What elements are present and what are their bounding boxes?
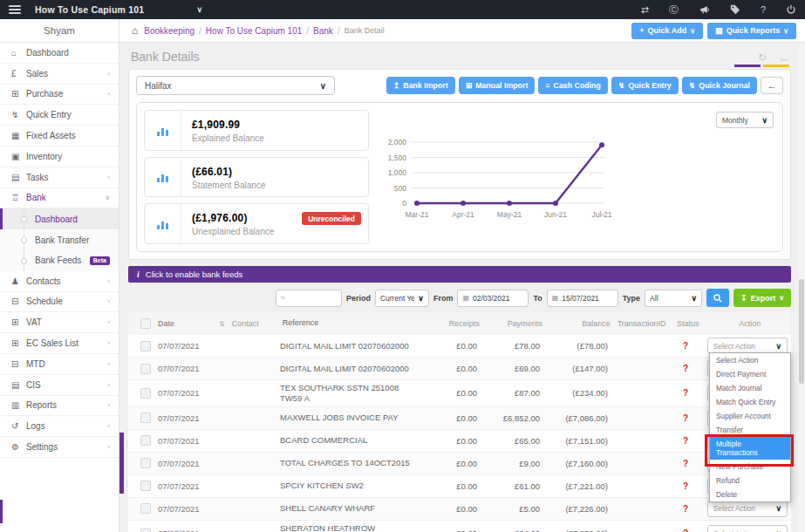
header-date[interactable]: Date bbox=[154, 317, 215, 331]
credits-icon[interactable]: Ⓒ bbox=[669, 5, 679, 15]
power-icon[interactable] bbox=[786, 4, 796, 15]
toolbar-button[interactable]: ⊞ Manual Import bbox=[459, 77, 536, 94]
quick-add-button[interactable]: Quick Add∨ bbox=[631, 23, 703, 39]
header-status[interactable]: Status bbox=[670, 317, 706, 331]
action-menu-item[interactable]: Delete bbox=[710, 488, 790, 501]
status-flag[interactable]: ? bbox=[667, 456, 704, 471]
enable-bank-feeds-banner[interactable]: i Click to enable bank feeds bbox=[128, 266, 791, 283]
export-button[interactable]: ↧ Export ∨ bbox=[733, 289, 791, 307]
scrollbar-thumb[interactable] bbox=[799, 279, 804, 384]
header-transactionid[interactable]: TransactionID bbox=[614, 317, 670, 331]
sidebar-item[interactable]: ⊟ MTD › bbox=[0, 354, 119, 375]
header-contact[interactable]: Contact bbox=[229, 317, 279, 331]
sidebar-item[interactable]: ↯ Quick Entry bbox=[0, 105, 119, 126]
header-payments[interactable]: Payments bbox=[483, 317, 546, 331]
home-icon[interactable]: ⌂ bbox=[132, 24, 138, 37]
vertical-scrollbar[interactable] bbox=[798, 44, 805, 532]
row-checkbox[interactable] bbox=[140, 458, 151, 468]
hamburger-menu-icon[interactable] bbox=[9, 5, 21, 14]
sidebar-item[interactable]: ⊞ VAT › bbox=[0, 312, 119, 333]
select-all-checkbox[interactable] bbox=[140, 318, 151, 329]
action-menu-item[interactable]: Direct Payment bbox=[710, 367, 790, 381]
switch-company-icon[interactable]: ⇄ bbox=[641, 5, 649, 15]
refresh-icon[interactable]: ↻ bbox=[758, 51, 767, 64]
from-date-input[interactable]: ▦02/03/2021 bbox=[457, 290, 529, 307]
action-menu-item[interactable]: Match Quick Entry bbox=[710, 395, 790, 409]
tag-icon[interactable] bbox=[730, 4, 740, 15]
balance-card[interactable]: £1,909.99 Explained Balance bbox=[144, 110, 369, 151]
back-button[interactable]: ← bbox=[761, 77, 783, 94]
sidebar-item[interactable]: ▤ CIS › bbox=[0, 375, 119, 396]
sidebar-user-name[interactable]: Shyam bbox=[0, 19, 119, 43]
status-flag[interactable]: ? bbox=[667, 433, 704, 448]
status-flag[interactable]: ? bbox=[667, 411, 704, 426]
action-menu-item[interactable]: Refund bbox=[710, 474, 790, 488]
action-menu-item[interactable]: Match Journal bbox=[710, 381, 790, 395]
status-flag[interactable]: ? bbox=[667, 361, 704, 376]
to-date-input[interactable]: ▦15/07/2021 bbox=[547, 290, 618, 307]
action-menu-item[interactable]: Multiple Transactions bbox=[710, 437, 790, 460]
announcements-icon[interactable] bbox=[699, 4, 710, 15]
sidebar-item[interactable]: £ Sales › bbox=[0, 64, 119, 85]
sidebar-item[interactable]: ♟ Contacts › bbox=[0, 271, 119, 292]
sort-icon[interactable]: ⇅ bbox=[215, 317, 229, 331]
sidebar-item[interactable]: ⊞ EC Sales List › bbox=[0, 333, 119, 354]
header-balance[interactable]: Balance bbox=[546, 317, 614, 331]
bank-account-select[interactable]: Halifax∨ bbox=[136, 76, 335, 95]
row-checkbox[interactable] bbox=[140, 388, 151, 399]
type-select[interactable]: All∨ bbox=[645, 290, 702, 307]
toolbar-button[interactable]: ≡ Cash Coding bbox=[538, 77, 608, 94]
sidebar-item[interactable]: Dashboard bbox=[0, 208, 119, 229]
sidebar-item[interactable]: ♖ Bank ∨ bbox=[0, 188, 119, 209]
row-checkbox[interactable] bbox=[140, 503, 151, 514]
action-select[interactable]: Select Action bbox=[707, 501, 788, 517]
period-select[interactable]: Current Year∨ bbox=[375, 290, 429, 307]
action-menu-item[interactable]: Transfer bbox=[710, 423, 790, 437]
search-text-field[interactable] bbox=[289, 294, 337, 303]
sidebar-item[interactable]: ⊞ Purchase › bbox=[0, 85, 119, 106]
action-menu-item[interactable]: Select Action bbox=[710, 353, 790, 367]
chevron-down-icon[interactable]: ∨ bbox=[196, 5, 202, 14]
row-checkbox[interactable] bbox=[140, 435, 151, 446]
header-reference[interactable]: Reference bbox=[279, 316, 427, 331]
sidebar-item[interactable]: ▣ Inventory bbox=[0, 147, 119, 167]
balance-card[interactable]: (£66.01) Statement Balance bbox=[144, 157, 369, 198]
header-receipts[interactable]: Receipts bbox=[427, 317, 483, 331]
row-checkbox[interactable] bbox=[140, 481, 151, 491]
search-button[interactable] bbox=[706, 289, 729, 307]
company-name[interactable]: How To Use Capium 101 bbox=[35, 4, 144, 15]
status-flag[interactable]: ? bbox=[667, 479, 704, 494]
quick-reports-button[interactable]: Quick Reports∨ bbox=[707, 23, 796, 39]
toolbar-button[interactable]: ↯ Quick Journal bbox=[682, 77, 757, 94]
sidebar-item[interactable]: ⊟ Schedule › bbox=[0, 292, 119, 313]
sidebar-item[interactable]: ↺ Logs › bbox=[0, 416, 119, 437]
action-select[interactable]: Select Action bbox=[707, 525, 788, 532]
row-checkbox[interactable] bbox=[140, 341, 151, 351]
balance-card[interactable]: (£1,976.00) Unexplained Balance Unreconc… bbox=[144, 203, 369, 244]
sidebar-item[interactable]: Bank Transfer bbox=[0, 229, 119, 250]
status-flag[interactable]: ? bbox=[667, 526, 704, 532]
status-flag[interactable]: ? bbox=[667, 338, 704, 353]
breadcrumb-link[interactable]: How To Use Capium 101 bbox=[206, 26, 302, 36]
sidebar-item[interactable]: ▦ Fixed Assets bbox=[0, 126, 119, 147]
breadcrumb-link[interactable]: Bookkeeping bbox=[144, 26, 194, 36]
sidebar-item[interactable]: ⌂ Dashboard bbox=[0, 43, 119, 64]
help-icon[interactable]: ? bbox=[761, 5, 766, 15]
status-flag[interactable]: ? bbox=[667, 385, 704, 400]
sidebar-item[interactable]: ▥ Reports › bbox=[0, 396, 119, 417]
breadcrumb-link[interactable]: Bank bbox=[313, 26, 333, 36]
sidebar-item[interactable]: ⚙ Settings › bbox=[0, 437, 119, 458]
action-menu-item[interactable]: New Purchase bbox=[710, 460, 790, 474]
panel-accent-bars bbox=[734, 65, 789, 67]
toolbar-button[interactable]: ↥ Bank Import bbox=[386, 77, 455, 94]
expand-icon[interactable]: ↔ bbox=[779, 51, 789, 64]
sidebar-item[interactable]: ▤ Tasks › bbox=[0, 167, 119, 188]
search-input[interactable] bbox=[276, 290, 342, 307]
status-flag[interactable]: ? bbox=[667, 501, 704, 516]
row-checkbox[interactable] bbox=[140, 413, 151, 423]
toolbar-button[interactable]: ↯ Quick Entry bbox=[611, 77, 679, 94]
row-checkbox[interactable] bbox=[140, 529, 151, 532]
sidebar-item[interactable]: Bank Feeds Beta bbox=[0, 250, 119, 271]
action-menu-item[interactable]: Supplier Account bbox=[710, 409, 790, 423]
row-checkbox[interactable] bbox=[140, 364, 151, 374]
